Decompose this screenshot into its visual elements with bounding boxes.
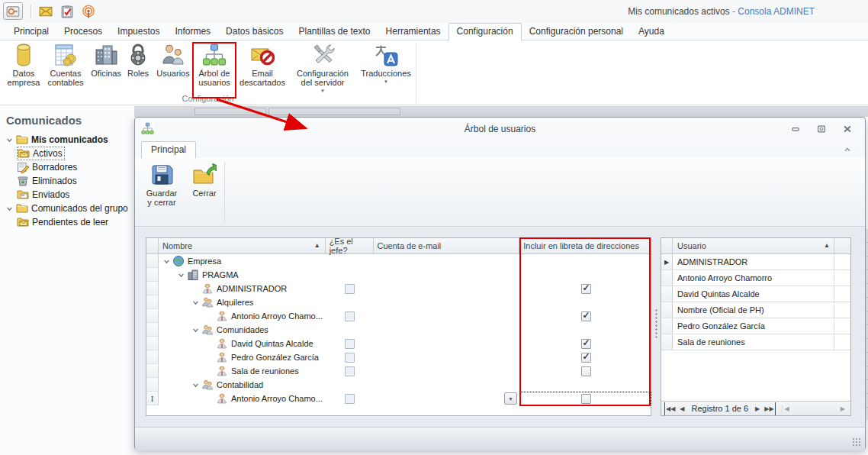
- resize-grip[interactable]: [852, 437, 861, 447]
- restore-button[interactable]: [813, 123, 830, 134]
- tree-row-empresa[interactable]: Empresa: [146, 254, 651, 268]
- sidebar-item-borradores[interactable]: Borradores: [0, 160, 134, 174]
- quick-access-button[interactable]: [39, 5, 53, 18]
- tree-row-contabilidad[interactable]: Contabilidad: [146, 378, 651, 392]
- ribbon-button-datos-empresa[interactable]: Datosempresa: [5, 42, 43, 95]
- jefe-checkbox[interactable]: [345, 353, 355, 363]
- app-icon: [6, 5, 20, 18]
- users-column-header[interactable]: Usuario ▲: [673, 238, 834, 253]
- cell-incluir-libreta[interactable]: [520, 254, 651, 268]
- cell-incluir-libreta[interactable]: [520, 282, 651, 295]
- first-record-icon[interactable]: ◀◀: [664, 402, 677, 415]
- cell-incluir-libreta[interactable]: [520, 378, 651, 392]
- ribbon-button-oficinas[interactable]: Oficinas: [88, 42, 124, 95]
- column-header-nombre[interactable]: Nombre▲: [159, 238, 326, 253]
- tab-procesos[interactable]: Procesos: [56, 24, 110, 40]
- cell-incluir-libreta[interactable]: [520, 364, 651, 378]
- user-row-nombre-oficial-de-ph[interactable]: Nombre (Oficial de PH): [661, 302, 850, 318]
- next-record-icon[interactable]: ▶: [753, 402, 762, 415]
- jefe-checkbox[interactable]: [345, 366, 355, 376]
- jefe-checkbox[interactable]: [345, 311, 355, 321]
- cell-incluir-libreta[interactable]: [520, 337, 651, 350]
- cell-incluir-libreta[interactable]: [520, 350, 651, 364]
- sidebar-item-eliminados[interactable]: Eliminados: [0, 174, 134, 188]
- prev-record-icon[interactable]: ◀: [677, 402, 686, 415]
- incluir-checkbox[interactable]: [581, 366, 591, 376]
- tree-row-comunidades[interactable]: Comunidades: [146, 323, 651, 337]
- sidebar-item-comunicados-del-grupo[interactable]: Comunicados del grupo: [0, 202, 134, 215]
- user-row-administrador[interactable]: ▶ADMINISTRADOR: [661, 254, 850, 270]
- cell-cuenta-email: [374, 309, 520, 323]
- toolbar-button-cerrar[interactable]: Cerrar: [184, 162, 225, 223]
- ribbon-button-cuentas-contables[interactable]: Cuentascontables: [43, 42, 88, 95]
- user-row-pedro-gonzalez-garcia[interactable]: Pedro González García: [661, 318, 850, 334]
- dialog-title-bar[interactable]: Árbol de usuarios: [135, 118, 865, 140]
- column-header-es-el-jefe[interactable]: ¿Es el jefe?: [326, 238, 374, 253]
- cell-incluir-libreta[interactable]: [520, 392, 651, 405]
- person-icon: [216, 337, 228, 350]
- ribbon-collapse-button[interactable]: [842, 144, 853, 155]
- tab-datos-basicos[interactable]: Datos básicos: [218, 24, 291, 40]
- sidebar-item-activos[interactable]: Activos: [0, 147, 134, 160]
- sidebar-item-mis-comunicados[interactable]: Mis comunicados: [0, 133, 134, 147]
- tab-principal[interactable]: Principal: [141, 141, 196, 158]
- sidebar-item-pendientes-de-leer[interactable]: Pendientes de leer: [0, 215, 134, 229]
- incluir-checkbox[interactable]: [581, 311, 591, 321]
- tree-row-antonio-arroyo-chamo[interactable]: Antonio Arroyo Chamo...: [146, 309, 651, 323]
- horizontal-scrollbar[interactable]: ◀ ▶: [782, 405, 847, 412]
- tree-row-sala-de-reuniones[interactable]: Sala de reuniones: [146, 364, 651, 378]
- jefe-checkbox[interactable]: [345, 394, 355, 404]
- incluir-checkbox[interactable]: [581, 353, 591, 363]
- incluir-checkbox[interactable]: [581, 394, 591, 404]
- last-record-icon[interactable]: ▶▶: [762, 402, 775, 415]
- user-row-david-quintas-alcalde[interactable]: David Quintas Alcalde: [661, 286, 850, 302]
- tree-row-pragma[interactable]: PRAGMA: [146, 268, 651, 282]
- cell-incluir-libreta[interactable]: [520, 309, 651, 323]
- chevron-down-icon: [5, 135, 14, 145]
- tree-row-antonio-arroyo-chamo[interactable]: IAntonio Arroyo Chamo...▼: [146, 392, 651, 405]
- quick-access-button[interactable]: [82, 5, 95, 18]
- scroll-right-icon[interactable]: ▶: [838, 405, 847, 412]
- user-extra-cell: [834, 318, 850, 334]
- jefe-checkbox[interactable]: [345, 284, 355, 294]
- tab-principal[interactable]: Principal: [6, 24, 56, 40]
- sidebar-item-enviados[interactable]: Enviados: [0, 188, 134, 202]
- tree-row-alquileres[interactable]: Alquileres: [146, 295, 651, 309]
- minimize-button[interactable]: [787, 123, 804, 134]
- incluir-checkbox[interactable]: [581, 284, 591, 294]
- tab-herramientas[interactable]: Herramientas: [378, 24, 448, 40]
- close-button[interactable]: [839, 123, 856, 134]
- ribbon-button-roles[interactable]: Roles: [124, 42, 153, 95]
- tree-row-pedro-gonzalez-garcia[interactable]: Pedro González García: [146, 350, 651, 364]
- quick-access-button[interactable]: [60, 5, 74, 18]
- tab-configuracion-personal[interactable]: Configuración personal: [522, 24, 631, 40]
- ribbon-button-configuracion-del-servidor[interactable]: Configuracióndel servidor▼: [290, 42, 355, 95]
- ribbon-button-arbol-de-usuarios[interactable]: Árbol deusuarios: [194, 42, 235, 95]
- email-dropdown-button[interactable]: ▼: [504, 392, 517, 405]
- ribbon: DatosempresaCuentascontablesOficinasRole…: [0, 40, 868, 105]
- user-row-sala-de-reuniones[interactable]: Sala de reuniones: [661, 334, 850, 350]
- incluir-checkbox[interactable]: [581, 339, 591, 349]
- ribbon-button-email-descartados[interactable]: Emaildescartados: [235, 42, 290, 95]
- jefe-checkbox[interactable]: [345, 339, 355, 349]
- cell-incluir-libreta[interactable]: [520, 323, 651, 337]
- tree-cell-nombre: Contabilidad: [159, 378, 326, 392]
- quick-access-button[interactable]: [3, 2, 23, 20]
- panel-splitter[interactable]: [654, 308, 658, 339]
- ribbon-button-usuarios[interactable]: Usuarios: [153, 42, 194, 95]
- toolbar-button-guardar-y-cerrar[interactable]: Guardary cerrar: [141, 162, 182, 223]
- user-row-antonio-arroyo-chamorro[interactable]: Antonio Arroyo Chamorro: [661, 270, 850, 286]
- tab-impuestos[interactable]: Impuestos: [110, 24, 167, 40]
- ribbon-button-traducciones[interactable]: Traducciones▼: [355, 42, 416, 95]
- column-header-cuenta-de-e-mail[interactable]: Cuenta de e-mail: [374, 238, 520, 253]
- tree-row-david-quintas-alcalde[interactable]: David Quintas Alcalde: [146, 337, 651, 350]
- tree-row-administrador[interactable]: ADMINISTRADOR: [146, 282, 651, 295]
- column-header-incluir-en-libreta-de-direcciones[interactable]: Incluir en libreta de direcciones: [519, 238, 651, 253]
- cell-incluir-libreta[interactable]: [520, 295, 651, 309]
- tab-plantillas-de-texto[interactable]: Plantillas de texto: [291, 24, 378, 40]
- scroll-left-icon[interactable]: ◀: [783, 405, 792, 412]
- tab-informes[interactable]: Informes: [167, 24, 218, 40]
- cell-incluir-libreta[interactable]: [520, 268, 651, 282]
- tab-ayuda[interactable]: Ayuda: [631, 24, 672, 40]
- tab-configuracion[interactable]: Configuración: [448, 23, 522, 40]
